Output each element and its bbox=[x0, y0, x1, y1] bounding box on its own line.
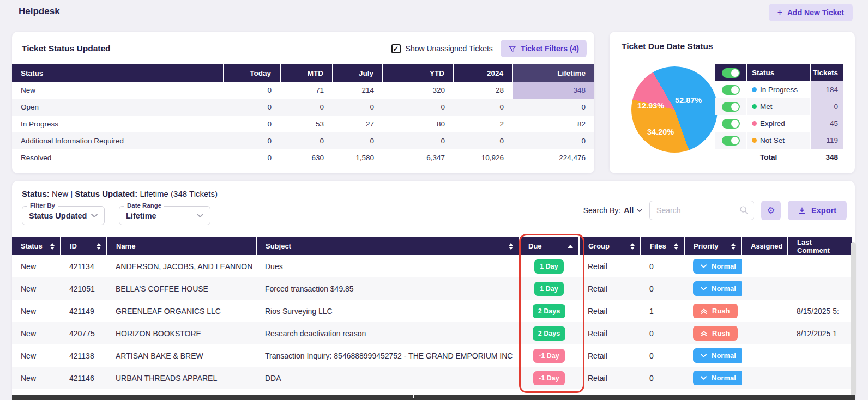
col-july[interactable]: July bbox=[333, 64, 383, 82]
cell-status: New bbox=[12, 255, 61, 277]
search-by-dropdown[interactable]: Search By: All bbox=[583, 206, 642, 215]
due-badge: -1 Day bbox=[533, 371, 565, 385]
cell[interactable]: 0 bbox=[224, 99, 280, 116]
cell[interactable]: 80 bbox=[383, 116, 454, 132]
toggle-met[interactable] bbox=[722, 102, 740, 112]
legend-value: 0 bbox=[810, 98, 843, 115]
cell[interactable]: 0 bbox=[224, 116, 280, 132]
ticket-filters-button[interactable]: Ticket Filters (4) bbox=[501, 40, 587, 57]
col-today[interactable]: Today bbox=[224, 64, 280, 82]
cell[interactable]: 0 bbox=[454, 99, 513, 116]
add-new-ticket-button[interactable]: + Add New Ticket bbox=[769, 4, 853, 21]
table-settings-button[interactable]: ⚙ bbox=[761, 201, 781, 220]
due-date-pie[interactable]: 52.87% 34.20% 12.93% bbox=[631, 66, 718, 153]
cell[interactable]: 0 bbox=[224, 132, 280, 149]
col-last-comment[interactable]: Last Comment bbox=[788, 237, 852, 255]
search-input[interactable] bbox=[649, 201, 754, 220]
cell[interactable]: 0 bbox=[280, 99, 333, 116]
col-2024[interactable]: 2024 bbox=[454, 64, 513, 82]
sort-both-icon[interactable] bbox=[97, 243, 101, 250]
sort-both-icon[interactable] bbox=[674, 243, 678, 250]
col-id[interactable]: ID bbox=[61, 237, 107, 255]
priority-dropdown-normal[interactable]: Normal bbox=[693, 281, 742, 296]
gear-icon: ⚙ bbox=[767, 205, 775, 216]
sort-both-icon[interactable] bbox=[731, 243, 736, 250]
table-row[interactable]: New 420775 HORIZON BOOKSTORE Research de… bbox=[12, 322, 852, 344]
priority-dropdown-normal[interactable]: Normal bbox=[693, 371, 742, 385]
sort-both-icon[interactable] bbox=[509, 243, 513, 250]
cell[interactable]: 53 bbox=[280, 116, 333, 132]
pie-label-expired: 12.93% bbox=[637, 101, 664, 110]
col-due[interactable]: Due bbox=[519, 237, 579, 255]
export-button[interactable]: Export bbox=[788, 201, 847, 220]
sort-ascending-icon[interactable] bbox=[568, 245, 573, 248]
date-range-select[interactable]: Date Range Lifetime bbox=[119, 206, 210, 225]
col-mtd[interactable]: MTD bbox=[280, 64, 333, 82]
priority-dropdown-rush[interactable]: Rush bbox=[693, 304, 738, 318]
cell[interactable]: 6,347 bbox=[383, 149, 454, 166]
cell[interactable]: 1,580 bbox=[333, 149, 383, 166]
sort-both-icon[interactable] bbox=[50, 243, 55, 250]
toggle-all-switch[interactable] bbox=[722, 68, 740, 78]
cell[interactable]: 82 bbox=[513, 116, 594, 132]
col-assigned[interactable]: Assigned bbox=[742, 237, 788, 255]
cell[interactable]: 0 bbox=[513, 132, 594, 149]
cell-selected[interactable]: 348 bbox=[513, 82, 594, 99]
cell[interactable]: 0 bbox=[383, 99, 454, 116]
sort-both-icon[interactable] bbox=[630, 243, 635, 250]
not-set-dot-icon bbox=[752, 138, 757, 143]
cell[interactable]: 0 bbox=[383, 132, 454, 149]
priority-dropdown-rush[interactable]: Rush bbox=[693, 326, 738, 341]
toggle-in-progress[interactable] bbox=[722, 85, 740, 95]
cell[interactable]: 0 bbox=[333, 132, 383, 149]
table-row[interactable]: New 421138 ARTISAN BAKE & BREW Transacti… bbox=[12, 344, 852, 367]
cell[interactable]: 0 bbox=[224, 82, 280, 99]
cell[interactable]: 10,926 bbox=[454, 149, 513, 166]
cell[interactable]: 224,476 bbox=[513, 149, 594, 166]
cell[interactable]: 320 bbox=[383, 82, 454, 99]
table-row[interactable]: New 421146 URBAN THREADS APPAREL DDA -1 … bbox=[12, 367, 852, 389]
col-priority[interactable]: Priority bbox=[684, 237, 742, 255]
chevron-down-icon bbox=[637, 209, 642, 213]
table-row[interactable]: New 421149 GREENLEAF ORGANICS LLC Rios S… bbox=[12, 300, 852, 322]
checkbox-checked-icon[interactable]: ✓ bbox=[391, 44, 401, 53]
col-name[interactable]: Name bbox=[107, 237, 256, 255]
col-status[interactable]: Status bbox=[12, 64, 224, 82]
cell-subject: Dues bbox=[256, 255, 519, 277]
cell[interactable]: 214 bbox=[333, 82, 383, 99]
col-group[interactable]: Group bbox=[579, 237, 641, 255]
toggle-expired[interactable] bbox=[722, 119, 740, 129]
cell[interactable]: 0 bbox=[454, 132, 513, 149]
cell[interactable]: 2 bbox=[454, 116, 513, 132]
filter-by-select[interactable]: Filter By Status Updated bbox=[22, 206, 105, 225]
cell-assigned bbox=[742, 277, 788, 300]
cell-group: Retail bbox=[579, 322, 641, 344]
cell[interactable]: 0 bbox=[333, 99, 383, 116]
cell[interactable]: 0 bbox=[513, 99, 594, 116]
col-lifetime[interactable]: Lifetime bbox=[513, 64, 594, 82]
vertical-scrollbar[interactable] bbox=[851, 242, 856, 396]
col-ytd[interactable]: YTD bbox=[383, 64, 454, 82]
cell[interactable]: 0 bbox=[280, 132, 333, 149]
table-row[interactable]: New 421051 BELLA'S COFFEE HOUSE Forced t… bbox=[12, 277, 852, 300]
cell[interactable]: 71 bbox=[280, 82, 333, 99]
download-icon bbox=[798, 207, 806, 215]
legend-label: Not Set bbox=[760, 136, 785, 144]
col-subject[interactable]: Subject bbox=[256, 237, 519, 255]
horizontal-scrollbar[interactable] bbox=[12, 395, 855, 400]
col-status[interactable]: Status bbox=[12, 237, 61, 255]
cell[interactable]: 27 bbox=[333, 116, 383, 132]
show-unassigned-checkbox-row[interactable]: ✓ Show Unassigned Tickets bbox=[391, 44, 493, 53]
priority-dropdown-normal[interactable]: Normal bbox=[693, 259, 742, 274]
toggle-not-set[interactable] bbox=[722, 136, 740, 146]
col-files[interactable]: Files bbox=[641, 237, 684, 255]
cell[interactable]: 0 bbox=[224, 149, 280, 166]
cell[interactable]: 630 bbox=[280, 149, 333, 166]
ticket-filters-label: Ticket Filters (4) bbox=[521, 44, 579, 53]
table-row[interactable]: New 421134 ANDERSON, JACOBS, AND LEANNON… bbox=[12, 255, 852, 277]
cell-name: ANDERSON, JACOBS, AND LEANNON bbox=[107, 255, 256, 277]
priority-dropdown-normal[interactable]: Normal bbox=[693, 348, 742, 363]
cell[interactable]: 28 bbox=[454, 82, 513, 99]
cell-status: New bbox=[12, 344, 61, 367]
cell-subject: Forced transaction $49.85 bbox=[256, 277, 519, 300]
